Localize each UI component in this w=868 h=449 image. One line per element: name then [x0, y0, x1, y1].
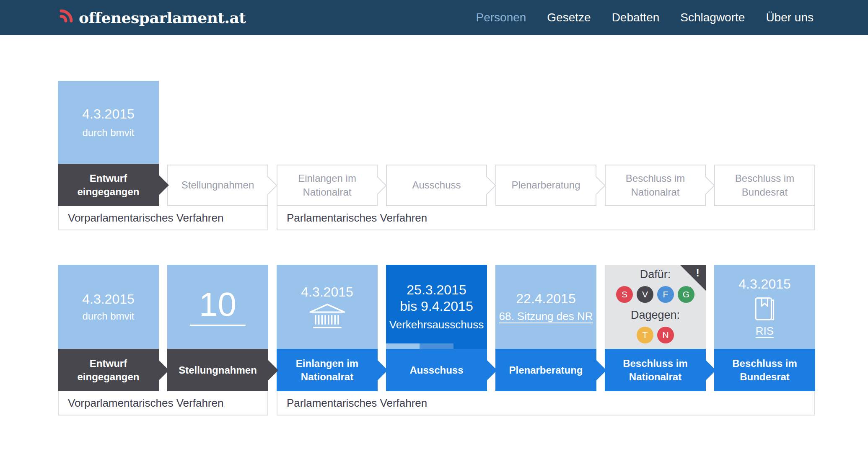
detail-entwurf-label: Entwurf eingegangen — [58, 349, 159, 391]
detail-beschluss-nr-label: Beschluss im Nationalrat — [605, 349, 706, 391]
ausschuss-committee: Verkehrsausschuss — [389, 318, 484, 331]
detail-phase-parlamentarisch: Parlamentarisches Verfahren — [277, 391, 815, 415]
detail-phase-row: Vorparlamentarisches Verfahren Parlament… — [58, 391, 816, 415]
nav-item-schlagworte[interactable]: Schlagworte — [680, 11, 745, 24]
overview-entwurf-date: 4.3.2015 — [82, 106, 135, 122]
law-book-icon — [754, 295, 776, 321]
top-navbar: offenesparlament.at Personen Gesetze Deb… — [0, 0, 868, 35]
rss-signal-icon — [59, 10, 75, 25]
detail-step-einlangen: 4.3.2015 Einlangen im Nationalrat — [277, 265, 378, 391]
detail-stellungnahmen-card: 10 — [167, 265, 268, 349]
detail-ausschuss-label: Ausschuss — [386, 349, 487, 391]
detail-step-ausschuss: 25.3.2015 bis 9.4.2015 Verkehrsausschuss… — [386, 265, 487, 391]
detail-step-stellungnahmen: 10 Stellungnahmen — [167, 265, 268, 391]
nav-item-gesetze[interactable]: Gesetze — [547, 11, 591, 24]
progress-segment-mid — [420, 343, 453, 349]
party-badge-team-stronach: T — [637, 327, 653, 343]
overview-entwurf-via: durch bmvit — [82, 127, 134, 139]
detail-step-entwurf: 4.3.2015 durch bmvit Entwurf eingegangen — [58, 265, 159, 391]
sitzung-des-nr-link[interactable]: 68. Sitzung des NR — [499, 310, 593, 323]
detail-step-beschluss-bundesrat: 4.3.2015 RIS Beschluss im Bundesrat — [714, 265, 815, 391]
nav-item-ueber-uns[interactable]: Über uns — [766, 11, 814, 24]
party-badge-fpoe: F — [657, 286, 674, 303]
overview-step-beschluss-nationalrat: Beschluss im Nationalrat — [605, 165, 706, 206]
detail-plenarberatung-card: 22.4.2015 68. Sitzung des NR — [495, 265, 596, 349]
overview-phase-row: Vorparlamentarisches Verfahren Parlament… — [58, 206, 816, 230]
detail-stellungnahmen-label: Stellungnahmen — [167, 349, 268, 391]
detail-entwurf-card: 4.3.2015 durch bmvit — [58, 265, 159, 349]
ausschuss-date-from: 25.3.2015 — [407, 282, 466, 298]
vote-against-title: Dagegen: — [631, 309, 680, 322]
vote-for-title: Dafür: — [640, 268, 671, 281]
detail-ausschuss-card: 25.3.2015 bis 9.4.2015 Verkehrsausschuss — [386, 265, 487, 349]
detail-einlangen-card: 4.3.2015 — [277, 265, 378, 349]
party-badge-neos: N — [657, 327, 674, 343]
overview-step-stellungnahmen: Stellungnahmen — [167, 165, 268, 206]
detail-step-plenarberatung: 22.4.2015 68. Sitzung des NR Plenarberat… — [495, 265, 596, 391]
party-badge-oevp: V — [637, 286, 653, 303]
beschluss-br-date: 4.3.2015 — [738, 276, 791, 292]
overview-entwurf-date-card: 4.3.2015 durch bmvit — [58, 81, 159, 164]
parliament-building-icon — [308, 303, 346, 329]
nav-item-personen[interactable]: Personen — [476, 11, 526, 24]
party-badge-spoe: S — [616, 286, 633, 303]
alert-corner-ribbon — [680, 265, 706, 291]
overview-step-ausschuss: Ausschuss — [386, 165, 487, 206]
overview-timeline: 4.3.2015 durch bmvit Entwurf eingegangen… — [58, 81, 816, 230]
plenarberatung-date: 22.4.2015 — [516, 291, 575, 307]
detail-beschluss-br-card: 4.3.2015 RIS — [714, 265, 815, 349]
ris-link[interactable]: RIS — [756, 325, 774, 338]
nav-item-debatten[interactable]: Debatten — [612, 11, 660, 24]
detail-entwurf-date: 4.3.2015 — [82, 292, 135, 307]
detail-entwurf-via: durch bmvit — [82, 310, 134, 322]
main-navigation: Personen Gesetze Debatten Schlagworte Üb… — [476, 11, 814, 24]
detail-einlangen-date: 4.3.2015 — [301, 284, 353, 300]
ausschuss-date-to: bis 9.4.2015 — [400, 299, 473, 314]
site-logo[interactable]: offenesparlament.at — [59, 9, 246, 26]
detail-timeline: 4.3.2015 durch bmvit Entwurf eingegangen… — [58, 265, 816, 415]
ausschuss-progress-strip — [386, 343, 487, 349]
overview-step-plenarberatung: Plenarberatung — [495, 165, 596, 206]
detail-phase-vorparlamentarisch: Vorparlamentarisches Verfahren — [58, 391, 268, 415]
detail-plenarberatung-label: Plenarberatung — [495, 349, 596, 391]
overview-phase-vorparlamentarisch: Vorparlamentarisches Verfahren — [58, 206, 268, 230]
site-title: offenesparlament.at — [79, 9, 246, 26]
stellungnahmen-count-link[interactable]: 10 — [190, 288, 246, 326]
overview-entwurf-label: Entwurf eingegangen — [58, 164, 159, 206]
overview-phase-parlamentarisch: Parlamentarisches Verfahren — [277, 206, 815, 230]
detail-beschluss-nr-card: ! Dafür: S V F G Dagegen: T N — [605, 265, 706, 349]
detail-step-beschluss-nationalrat: ! Dafür: S V F G Dagegen: T N Beschluss … — [605, 265, 706, 391]
alert-exclamation-icon: ! — [696, 266, 700, 279]
overview-step-beschluss-bundesrat: Beschluss im Bundesrat — [714, 165, 815, 206]
overview-step-entwurf: 4.3.2015 durch bmvit Entwurf eingegangen — [58, 81, 159, 206]
progress-segment-light — [386, 343, 420, 349]
overview-step-einlangen-nationalrat: Einlangen im Nationalrat — [277, 165, 378, 206]
detail-einlangen-label: Einlangen im Nationalrat — [277, 349, 378, 391]
vote-against-row: T N — [637, 327, 674, 343]
detail-beschluss-br-label: Beschluss im Bundesrat — [714, 349, 815, 391]
